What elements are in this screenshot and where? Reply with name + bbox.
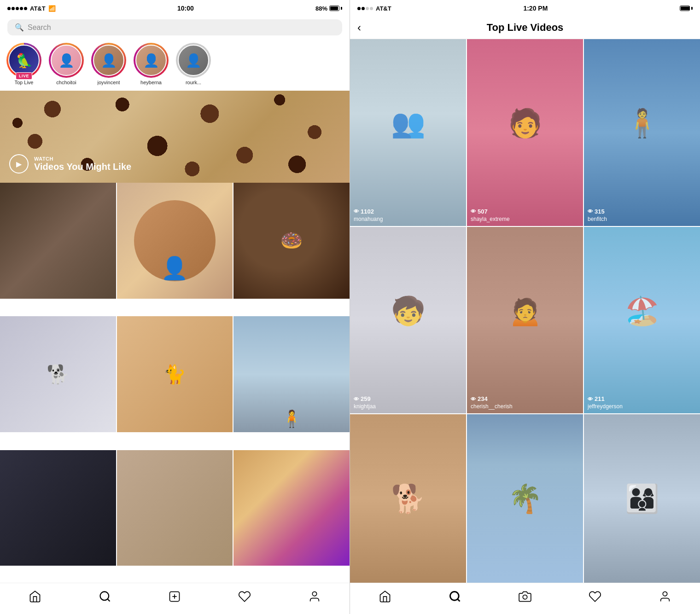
username-monahuang: monahuang <box>354 216 464 222</box>
live-cell-inner-4: 🧒 👁 259 knightjaa <box>350 227 466 414</box>
grid-cell-3[interactable]: 🍩 <box>233 183 350 299</box>
back-button[interactable]: ‹ <box>357 21 361 34</box>
featured-banner[interactable]: ▶ WATCH Videos You Might Like <box>0 91 350 183</box>
live-cell-knightjaa[interactable]: 🧒 👁 259 knightjaa <box>350 227 466 414</box>
live-cell-inner-2: 🧑 👁 507 shayla_extreme <box>467 39 583 226</box>
story-name-heyberna: heyberna <box>140 80 162 85</box>
eye-icon-3: 👁 <box>588 209 593 214</box>
live-cell-info-6: 👁 211 jeffreydgerson <box>588 395 698 410</box>
right-carrier-info: AT&T <box>357 5 391 12</box>
story-name-joyvincent: joyvincent <box>98 80 120 85</box>
r-dot-2 <box>362 7 365 10</box>
right-battery-icon <box>680 6 693 11</box>
story-item-top-live[interactable]: 🦜 LIVE Top Live <box>6 43 42 85</box>
right-bottom-nav <box>350 583 700 614</box>
nav-home[interactable] <box>29 590 41 603</box>
story-ring-heyberna: 👤 <box>134 43 169 78</box>
nav-heart[interactable] <box>238 590 251 603</box>
viewers-4: 259 <box>361 395 371 402</box>
right-time: 1:20 PM <box>523 5 548 12</box>
viewers-2: 507 <box>478 208 488 215</box>
story-name-rourk: rourk... <box>186 80 201 85</box>
story-item-chchoitoi[interactable]: 👤 chchoitoi <box>48 43 85 85</box>
battery-fill <box>330 6 338 10</box>
svg-point-0 <box>100 591 109 600</box>
live-cell-info-5: 👁 234 cherish__cherish <box>471 395 581 410</box>
live-cell-palm[interactable]: 🌴 <box>467 414 583 583</box>
nav-profile[interactable] <box>308 590 321 603</box>
right-battery-fill <box>681 6 690 10</box>
right-nav-search[interactable] <box>449 590 461 603</box>
svg-point-6 <box>450 591 459 600</box>
username-knightjaa: knightjaa <box>354 403 464 410</box>
grid-cell-9[interactable] <box>233 450 350 566</box>
right-nav-profile[interactable] <box>659 590 671 603</box>
viewers-5: 234 <box>478 395 488 402</box>
viewer-count-cherish: 👁 234 <box>471 395 581 402</box>
left-status-bar: AT&T 📶 10:00 88% <box>0 0 350 17</box>
svg-line-1 <box>107 599 110 601</box>
viewer-count-benfitch: 👁 315 <box>588 208 698 215</box>
viewers-1: 1102 <box>361 208 374 215</box>
watch-text: WATCH Videos You Might Like <box>34 156 131 172</box>
grid-cell-1[interactable] <box>0 183 116 299</box>
nav-search[interactable] <box>99 590 111 603</box>
live-cell-info-2: 👁 507 shayla_extreme <box>471 208 581 222</box>
live-cell-benfitch[interactable]: 🧍 👁 315 benfitch <box>584 39 700 226</box>
play-button[interactable]: ▶ <box>9 154 29 174</box>
eye-icon-4: 👁 <box>354 396 359 402</box>
left-carrier-info: AT&T 📶 <box>7 5 56 12</box>
svg-line-7 <box>457 599 460 601</box>
grid-cell-7[interactable] <box>0 450 116 566</box>
live-cell-monahuang[interactable]: 👥 👁 1102 monahuang <box>350 39 466 226</box>
story-avatar-chchoitoi: 👤 <box>51 45 82 76</box>
right-battery-cap <box>691 7 693 10</box>
stories-row: 🦜 LIVE Top Live 👤 chchoitoi 👤 joyvincent <box>0 39 350 91</box>
live-cell-shayla[interactable]: 🧑 👁 507 shayla_extreme <box>467 39 583 226</box>
right-carrier: AT&T <box>376 5 391 12</box>
nav-add[interactable] <box>168 590 181 603</box>
eye-icon-5: 👁 <box>471 396 476 402</box>
live-cell-group[interactable]: 👨‍👩‍👦 <box>584 414 700 583</box>
svg-point-8 <box>523 595 527 599</box>
live-cell-dog[interactable]: 🐕 <box>350 414 466 583</box>
grid-cell-2[interactable]: 👤 <box>117 183 233 299</box>
eye-icon-6: 👁 <box>588 396 593 402</box>
r-dot-3 <box>366 7 369 10</box>
live-video-grid: 👥 👁 1102 monahuang 🧑 👁 <box>350 39 700 583</box>
wifi-icon: 📶 <box>48 5 56 12</box>
live-cell-jeffreydgerson[interactable]: 🏖️ 👁 211 jeffreydgerson <box>584 227 700 414</box>
right-header: ‹ Top Live Videos <box>350 17 700 39</box>
username-cherish: cherish__cherish <box>471 403 581 410</box>
story-item-heyberna[interactable]: 👤 heyberna <box>133 43 169 85</box>
story-item-joyvincent[interactable]: 👤 joyvincent <box>90 43 127 85</box>
username-benfitch: benfitch <box>588 216 698 222</box>
grid-cell-5[interactable]: 🐈 <box>117 316 233 432</box>
live-cell-inner-1: 👥 👁 1102 monahuang <box>350 39 466 226</box>
right-nav-home[interactable] <box>379 590 391 603</box>
left-carrier: AT&T <box>30 5 46 12</box>
signal-strength <box>7 7 27 10</box>
story-avatar-heyberna: 👤 <box>135 45 167 76</box>
story-ring-top-live: 🦜 LIVE <box>6 43 41 78</box>
grid-cell-4[interactable]: 🐕 <box>0 316 116 432</box>
right-battery <box>680 6 693 11</box>
story-avatar-top-live: 🦜 <box>8 45 40 76</box>
battery-percent: 88% <box>315 5 327 12</box>
eye-icon-1: 👁 <box>354 209 359 214</box>
search-bar-wrapper: 🔍 Search <box>0 17 350 39</box>
right-nav-heart[interactable] <box>589 590 601 603</box>
battery-icon <box>329 6 342 11</box>
story-ring-rourk: 👤 <box>176 43 211 78</box>
eye-icon-2: 👁 <box>471 209 476 214</box>
viewer-count-monahuang: 👁 1102 <box>354 208 464 215</box>
grid-cell-8[interactable] <box>117 450 233 566</box>
right-nav-camera[interactable] <box>519 590 531 603</box>
signal-dot-1 <box>7 7 11 10</box>
right-status-bar: AT&T 1:20 PM <box>350 0 700 17</box>
story-ring-chchoitoi: 👤 <box>49 43 84 78</box>
live-cell-cherish[interactable]: 🙍 👁 234 cherish__cherish <box>467 227 583 414</box>
grid-cell-6[interactable]: 🧍 <box>233 316 350 432</box>
search-bar[interactable]: 🔍 Search <box>7 19 342 35</box>
story-item-rourk[interactable]: 👤 rourk... <box>175 43 212 85</box>
